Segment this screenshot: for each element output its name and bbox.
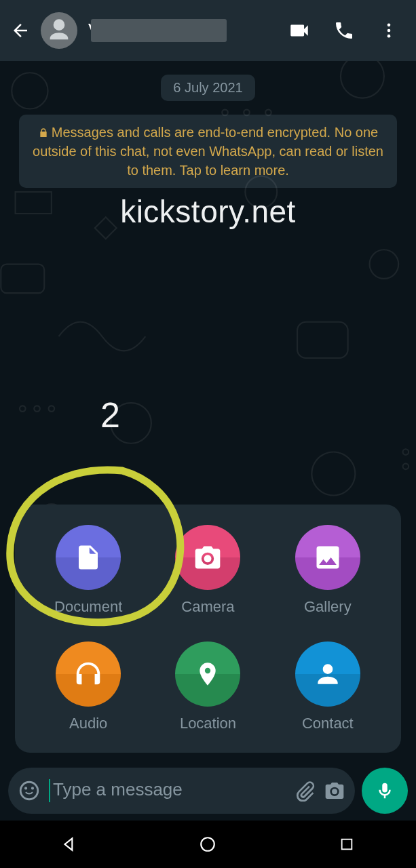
lock-icon (38, 127, 49, 138)
attach-label: Gallery (304, 598, 352, 616)
emoji-icon (18, 779, 41, 802)
camera-circle (175, 525, 240, 590)
gallery-icon (313, 542, 343, 572)
person-icon (45, 17, 73, 44)
message-input-box[interactable]: Type a message (8, 768, 355, 814)
placeholder-text: Type a message (53, 779, 183, 800)
encryption-notice[interactable]: Messages and calls are end-to-end encryp… (19, 115, 397, 188)
svg-point-20 (403, 449, 409, 455)
attach-document[interactable]: Document (29, 525, 148, 616)
svg-rect-8 (297, 322, 348, 358)
camera-icon (193, 542, 223, 572)
svg-point-3 (12, 73, 48, 108)
watermark-text: kickstory.net (0, 193, 416, 230)
mic-button[interactable] (362, 768, 408, 814)
chat-area[interactable]: 6 July 2021 Messages and calls are end-t… (0, 61, 416, 761)
nav-recent[interactable] (326, 831, 367, 858)
contact-name-redaction (91, 19, 227, 42)
svg-point-15 (20, 406, 26, 412)
attach-button[interactable] (294, 780, 316, 802)
person-icon (313, 659, 343, 689)
svg-point-21 (403, 464, 409, 470)
svg-point-1 (387, 29, 391, 33)
document-icon (74, 543, 102, 572)
svg-rect-5 (1, 264, 44, 294)
attach-label: Contact (302, 715, 354, 732)
attach-label: Camera (181, 598, 234, 616)
nav-home[interactable] (187, 831, 228, 858)
headphones-icon (73, 658, 104, 690)
header-actions (286, 17, 412, 44)
annotation-step-number: 2 (100, 395, 120, 435)
nav-back[interactable] (49, 831, 90, 858)
emoji-button[interactable] (18, 779, 41, 802)
android-navbar (0, 821, 416, 868)
attach-label: Audio (69, 715, 107, 732)
paperclip-icon (294, 780, 316, 802)
camera-small-icon (324, 780, 345, 802)
document-circle (56, 525, 121, 590)
attach-camera[interactable]: Camera (148, 525, 267, 616)
audio-circle (56, 642, 121, 707)
svg-point-2 (387, 35, 391, 38)
video-icon (288, 19, 311, 42)
back-button[interactable] (7, 14, 34, 47)
attach-gallery[interactable]: Gallery (268, 525, 387, 616)
svg-point-4 (341, 61, 384, 98)
contact-avatar[interactable] (41, 12, 77, 49)
circle-home-icon (199, 835, 216, 853)
svg-point-0 (387, 24, 391, 27)
whatsapp-chat-screen: V (0, 0, 416, 868)
svg-point-11 (370, 250, 399, 279)
contact-name[interactable]: V (84, 12, 279, 49)
composer-row: Type a message (0, 761, 416, 821)
voice-call-button[interactable] (330, 17, 358, 44)
video-call-button[interactable] (286, 17, 313, 44)
attach-label: Location (180, 715, 236, 732)
more-options-button[interactable] (375, 17, 402, 44)
contact-circle (295, 642, 360, 707)
date-separator: 6 July 2021 (161, 75, 254, 101)
camera-button[interactable] (324, 780, 345, 802)
text-caret (49, 779, 50, 802)
svg-point-22 (202, 837, 215, 851)
mic-icon (375, 781, 395, 801)
attach-audio[interactable]: Audio (29, 642, 148, 732)
location-pin-icon (194, 660, 221, 688)
svg-point-16 (34, 406, 40, 412)
phone-icon (333, 20, 355, 41)
svg-rect-23 (341, 840, 352, 850)
arrow-left-icon (10, 20, 31, 41)
more-vertical-icon (379, 21, 398, 40)
location-circle (175, 642, 240, 707)
encryption-text: Messages and calls are end-to-end encryp… (33, 125, 383, 178)
date-text: 6 July 2021 (173, 80, 242, 95)
attach-label: Document (54, 598, 122, 616)
attach-location[interactable]: Location (148, 642, 267, 732)
message-input[interactable]: Type a message (49, 779, 286, 802)
square-recent-icon (339, 837, 354, 852)
svg-point-17 (49, 406, 55, 412)
attachment-panel: Document Camera Gallery Audio (15, 505, 401, 753)
gallery-circle (295, 525, 360, 590)
triangle-back-icon (60, 835, 78, 853)
attach-contact[interactable]: Contact (268, 642, 387, 732)
chat-header: V (0, 0, 416, 61)
